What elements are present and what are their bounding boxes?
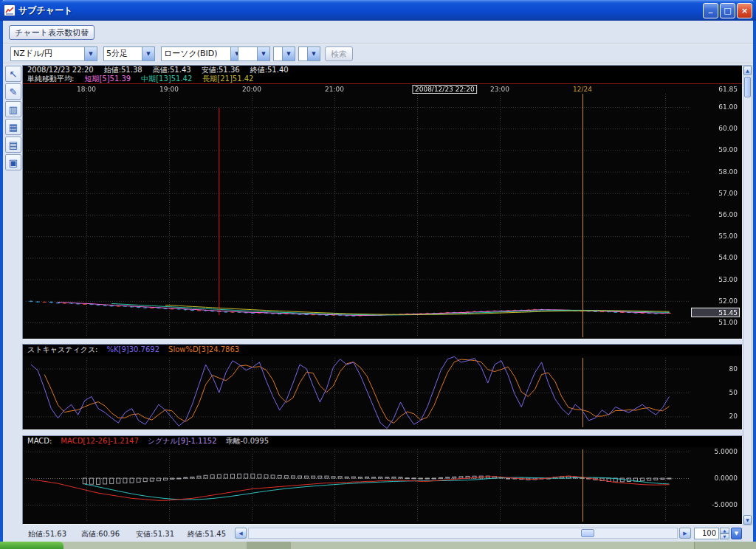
macd-value-label: MACD[12-26]-1.2147 bbox=[61, 437, 138, 445]
scroll-down-icon: ▼ bbox=[746, 517, 749, 522]
filter-combo-2-value bbox=[274, 47, 282, 61]
scroll-right-button[interactable]: ▶ bbox=[679, 528, 691, 539]
chart-type-select[interactable]: ローソク(BID) ▼ bbox=[161, 46, 244, 61]
tool-sidebar: ↖ ✎ ▥ ▦ ▤ ▣ bbox=[4, 65, 24, 172]
macd-signal-label: シグナル[9]-1.1152 bbox=[148, 437, 217, 445]
vertical-scrollbar[interactable]: ▲ ▼ bbox=[743, 65, 752, 525]
ohlc-info-bar: 2008/12/23 22:20始値:51.38高値:51.43安値:51.36… bbox=[23, 66, 742, 75]
minimize-button[interactable]: _ bbox=[703, 3, 718, 18]
chart-type-value: ローソク(BID) bbox=[162, 47, 230, 61]
subwindow-tool-button[interactable]: ▣ bbox=[5, 154, 21, 170]
stochastics-panel: ストキャスティクス:%K[9]30.7692Slow%D[3]24.7863 bbox=[22, 344, 743, 430]
filter-combo-1-value bbox=[238, 47, 257, 61]
scroll-right-icon: ▶ bbox=[683, 531, 687, 536]
bar-chart-tool-button[interactable]: ▥ bbox=[5, 101, 21, 117]
macd-panel: MACD:MACD[12-26]-1.2147シグナル[9]-1.1152乖離-… bbox=[22, 435, 743, 525]
stochastics-info-bar: ストキャスティクス:%K[9]30.7692Slow%D[3]24.7863 bbox=[23, 345, 742, 356]
stochastics-k-label: %K[9]30.7692 bbox=[106, 345, 159, 353]
spinner-up-icon: ▲ bbox=[724, 528, 726, 533]
draw-tool-button[interactable]: ✎ bbox=[5, 83, 21, 100]
zoom-value-input[interactable]: 100 bbox=[694, 528, 719, 539]
scroll-left-icon: ◀ bbox=[238, 531, 242, 536]
zoom-dropdown-button[interactable]: ▼ bbox=[731, 528, 742, 539]
candle-high: 高値:51.43 bbox=[153, 66, 191, 74]
ma-mid-label: 中期[13]51.42 bbox=[141, 75, 192, 83]
filter-combo-2[interactable]: ▼ bbox=[273, 46, 295, 61]
ma-prefix-label: 単純移動平均: bbox=[27, 75, 74, 83]
timeframe-select[interactable]: 5分足 ▼ bbox=[103, 46, 155, 61]
client-area: チャート表示数切替 NZドル/円 ▼ 5分足 ▼ ローソク(BID) ▼ ▼ ▼… bbox=[3, 21, 753, 542]
vertical-scroll-thumb[interactable] bbox=[744, 77, 751, 97]
scroll-up-button[interactable]: ▲ bbox=[743, 66, 752, 75]
minimize-icon: _ bbox=[709, 4, 713, 13]
candlestick-tool-button[interactable]: ▦ bbox=[5, 119, 21, 135]
select-tool-button[interactable]: ↖ bbox=[5, 66, 21, 82]
stochastics-prefix-label: ストキャスティクス: bbox=[27, 345, 97, 353]
candlestick-icon: ▦ bbox=[9, 122, 18, 133]
stochastics-chart[interactable] bbox=[23, 356, 742, 429]
chevron-down-icon: ▼ bbox=[735, 531, 738, 536]
taskbar-app-button[interactable] bbox=[247, 542, 291, 549]
horizontal-scroll-thumb[interactable] bbox=[581, 529, 594, 537]
maximize-button[interactable]: □ bbox=[720, 3, 735, 18]
start-button[interactable] bbox=[0, 542, 63, 549]
subwindow-icon: ▣ bbox=[9, 157, 18, 168]
zoom-spinner-up-button[interactable]: ▲ bbox=[720, 528, 729, 534]
ma-short-label: 短期[5]51.39 bbox=[84, 75, 131, 83]
currency-pair-value: NZドル/円 bbox=[11, 47, 84, 61]
chevron-down-icon[interactable]: ▼ bbox=[307, 47, 320, 61]
print-tool-button[interactable]: ▤ bbox=[5, 137, 21, 153]
close-button[interactable]: × bbox=[737, 3, 752, 18]
zoom-spinner: ▲ ▼ bbox=[720, 528, 729, 539]
toolbar-divider bbox=[3, 43, 753, 44]
macd-chart[interactable] bbox=[23, 447, 742, 524]
bar-chart-icon: ▥ bbox=[9, 104, 18, 115]
currency-pair-select[interactable]: NZドル/円 ▼ bbox=[10, 46, 97, 61]
period-close-label: 終値:51.45 bbox=[188, 529, 226, 539]
candle-close: 終値:51.40 bbox=[250, 66, 289, 74]
app-window: サブチャート _ □ × チャート表示数切替 NZドル/円 ▼ 5分足 ▼ ロー… bbox=[0, 0, 756, 542]
scroll-left-button[interactable]: ◀ bbox=[235, 528, 247, 539]
period-low-label: 安値:51.31 bbox=[136, 529, 174, 539]
main-chart-panel: 2008/12/23 22:20始値:51.38高値:51.43安値:51.36… bbox=[22, 65, 743, 339]
horizontal-scrollbar[interactable] bbox=[248, 528, 678, 539]
titlebar[interactable]: サブチャート _ □ × bbox=[0, 0, 756, 21]
toolbar-divider bbox=[3, 63, 753, 64]
system-tray bbox=[694, 542, 756, 549]
zoom-spinner-down-button[interactable]: ▼ bbox=[720, 534, 729, 539]
pencil-icon: ✎ bbox=[10, 86, 18, 97]
macd-divergence-label: 乖離-0.0995 bbox=[226, 437, 269, 445]
select-tool-icon: ↖ bbox=[10, 69, 18, 80]
chart-count-toggle-button[interactable]: チャート表示数切替 bbox=[9, 25, 94, 40]
taskbar bbox=[0, 542, 756, 549]
chevron-down-icon[interactable]: ▼ bbox=[257, 47, 269, 61]
search-button[interactable]: 検索 bbox=[325, 46, 353, 61]
macd-prefix-label: MACD: bbox=[27, 437, 52, 445]
maximize-icon: □ bbox=[724, 6, 731, 15]
status-bar: 始値:51.63 高値:60.96 安値:51.31 終値:51.45 ◀ ▶ … bbox=[3, 527, 753, 540]
filter-combo-3-value bbox=[299, 47, 307, 61]
app-icon bbox=[4, 4, 16, 16]
scroll-up-icon: ▲ bbox=[746, 68, 749, 73]
candle-open: 始値:51.38 bbox=[104, 66, 142, 74]
chevron-down-icon[interactable]: ▼ bbox=[282, 47, 295, 61]
period-high-label: 高値:60.96 bbox=[81, 529, 120, 539]
window-title: サブチャート bbox=[18, 4, 701, 17]
scroll-down-button[interactable]: ▼ bbox=[743, 515, 752, 525]
ma-info-bar: 単純移動平均:短期[5]51.39中期[13]51.42長期[21]51.42 bbox=[23, 75, 742, 84]
candle-datetime: 2008/12/23 22:20 bbox=[27, 66, 94, 74]
main-price-chart[interactable] bbox=[23, 84, 742, 339]
macd-info-bar: MACD:MACD[12-26]-1.2147シグナル[9]-1.1152乖離-… bbox=[23, 436, 742, 447]
spinner-down-icon: ▼ bbox=[724, 534, 726, 539]
filter-combo-1[interactable]: ▼ bbox=[238, 46, 270, 61]
timeframe-value: 5分足 bbox=[104, 47, 142, 61]
ma-long-label: 長期[21]51.42 bbox=[202, 75, 253, 83]
close-icon: × bbox=[741, 6, 748, 15]
stochastics-d-label: Slow%D[3]24.7863 bbox=[168, 345, 239, 353]
chevron-down-icon[interactable]: ▼ bbox=[142, 47, 154, 61]
candle-low: 安値:51.36 bbox=[202, 66, 240, 74]
chevron-down-icon[interactable]: ▼ bbox=[84, 47, 97, 61]
print-icon: ▤ bbox=[9, 139, 18, 151]
period-open-label: 始値:51.63 bbox=[28, 529, 66, 539]
filter-combo-3[interactable]: ▼ bbox=[298, 46, 320, 61]
